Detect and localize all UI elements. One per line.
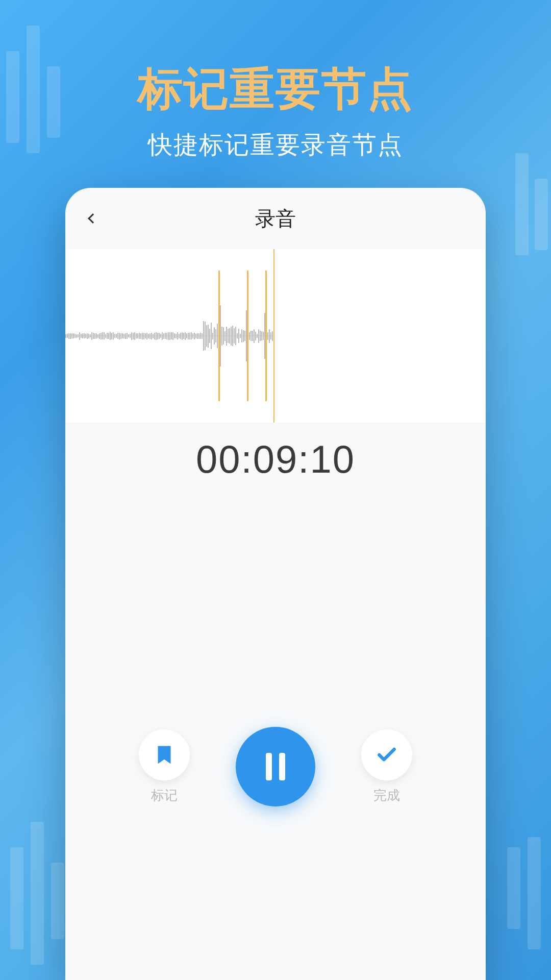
- done-button[interactable]: [361, 729, 412, 780]
- chevron-left-icon: [88, 213, 98, 224]
- waveform-bars: [65, 305, 273, 366]
- done-control: 完成: [361, 729, 412, 804]
- done-label: 完成: [373, 787, 400, 804]
- pause-button[interactable]: [236, 727, 315, 806]
- hero-section: 标记重要节点 快捷标记重要录音节点: [0, 0, 551, 161]
- marker-line: [265, 271, 267, 401]
- mark-button[interactable]: [139, 729, 190, 780]
- back-button[interactable]: [83, 208, 103, 229]
- recording-timer: 00:09:10: [65, 437, 486, 481]
- screen-title: 录音: [65, 205, 486, 233]
- marker-line: [247, 271, 248, 401]
- hero-subtitle: 快捷标记重要录音节点: [0, 129, 551, 161]
- controls-bar: 标记 完成: [65, 727, 486, 806]
- phone-mockup: 录音 00:09:10 标记: [65, 188, 486, 980]
- app-header: 录音: [65, 188, 486, 249]
- bookmark-icon: [157, 745, 172, 765]
- hero-title: 标记重要节点: [0, 59, 551, 119]
- pause-icon: [266, 753, 285, 780]
- check-icon: [375, 744, 398, 766]
- mark-label: 标记: [151, 787, 178, 804]
- playhead: [273, 249, 274, 423]
- waveform-panel[interactable]: [65, 249, 486, 423]
- marker-line: [218, 271, 220, 401]
- mark-control: 标记: [139, 729, 190, 804]
